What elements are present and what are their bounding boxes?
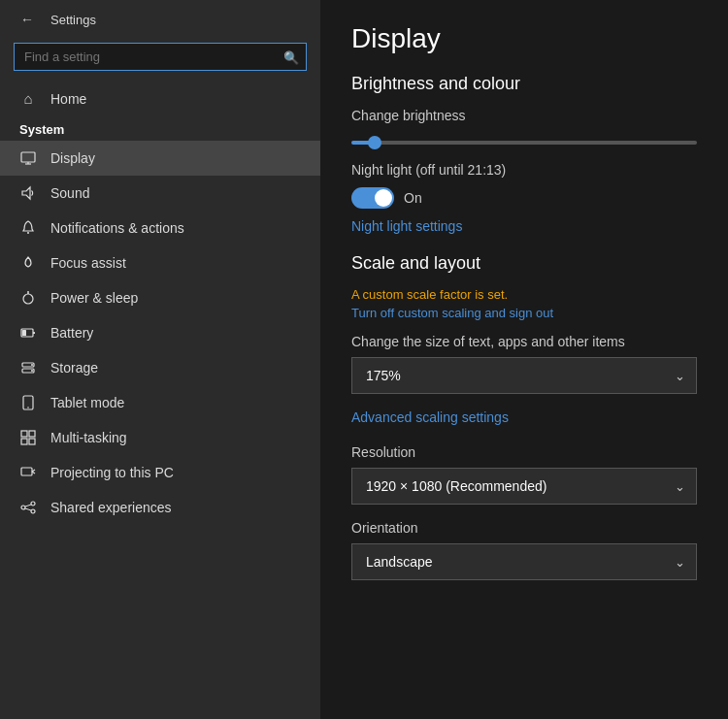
toggle-label: On [404,190,422,206]
sidebar-item-tablet[interactable]: Tablet mode [0,385,320,420]
size-dropdown-wrapper: 100% 125% 150% 175% 200% ⌄ [351,357,697,394]
svg-point-13 [31,370,33,372]
toggle-row: On [351,187,697,209]
main-content: Display Brightness and colour Change bri… [320,0,728,719]
advanced-scaling-link[interactable]: Advanced scaling settings [351,409,697,425]
size-label: Change the size of text, apps and other … [351,334,697,349]
custom-scale-warning: A custom scale factor is set. [351,287,697,302]
svg-point-15 [27,407,29,409]
brightness-label: Change brightness [351,108,697,123]
sidebar-item-focus-label: Focus assist [50,255,126,271]
sidebar-item-notifications-label: Notifications & actions [50,220,184,236]
scale-section: Scale and layout A custom scale factor i… [351,253,697,425]
sidebar-item-shared-label: Shared experiences [50,500,172,515]
notifications-icon [19,220,37,236]
sidebar-item-battery[interactable]: Battery [0,315,320,350]
sidebar-item-focus[interactable]: Focus assist [0,245,320,280]
night-light-label: Night light (off until 21:13) [351,162,506,178]
sidebar-item-power-label: Power & sleep [50,290,138,306]
svg-marker-3 [22,187,30,199]
svg-point-25 [31,509,35,513]
storage-icon [19,360,37,376]
back-button[interactable]: ← [14,6,41,33]
sidebar-item-battery-label: Battery [50,325,93,341]
sidebar-item-display-label: Display [50,150,95,166]
projecting-icon [19,465,37,480]
sidebar: ← Settings 🔍 ⌂ Home System Display So [0,0,320,719]
night-light-row: Night light (off until 21:13) [351,162,697,178]
sidebar-item-display[interactable]: Display [0,141,320,176]
sidebar-item-projecting-label: Projecting to this PC [50,465,174,480]
home-icon: ⌂ [19,90,37,107]
sidebar-item-projecting[interactable]: Projecting to this PC [0,455,320,490]
battery-icon [19,325,37,341]
multitasking-icon [19,430,37,445]
orientation-label: Orientation [351,520,697,536]
display-icon [19,150,37,166]
shared-icon [19,500,37,515]
size-dropdown[interactable]: 100% 125% 150% 175% 200% [351,357,697,394]
svg-line-26 [25,505,31,507]
focus-icon [19,255,37,271]
scale-section-heading: Scale and layout [351,253,697,274]
power-icon [19,290,37,306]
brightness-slider[interactable] [351,141,697,145]
svg-point-24 [31,502,35,506]
svg-rect-19 [29,439,35,444]
svg-rect-8 [33,332,35,334]
svg-rect-16 [21,431,27,437]
svg-line-27 [25,508,31,510]
sidebar-item-tablet-label: Tablet mode [50,395,124,410]
svg-rect-18 [21,439,27,444]
svg-point-23 [21,506,25,509]
system-section-label: System [0,116,320,141]
sidebar-item-multitasking-label: Multi-tasking [50,430,127,445]
sidebar-item-shared[interactable]: Shared experiences [0,490,320,525]
search-icon: 🔍 [283,49,299,64]
sidebar-item-home[interactable]: ⌂ Home [0,81,320,116]
night-light-settings-link[interactable]: Night light settings [351,218,697,234]
sound-icon [19,185,37,201]
resolution-dropdown-wrapper: 1920 × 1080 (Recommended) 1280 × 720 102… [351,468,697,505]
svg-point-5 [23,294,33,304]
svg-rect-20 [21,468,32,475]
sidebar-item-sound-label: Sound [50,185,89,201]
orientation-dropdown[interactable]: Landscape Portrait Landscape (flipped) P… [351,543,697,580]
sidebar-item-notifications[interactable]: Notifications & actions [0,211,320,245]
tablet-icon [19,395,37,410]
svg-rect-9 [22,330,26,336]
search-box: 🔍 [14,43,307,71]
sidebar-item-home-label: Home [50,91,86,107]
night-light-toggle[interactable] [351,187,394,209]
orientation-dropdown-wrapper: Landscape Portrait Landscape (flipped) P… [351,543,697,580]
svg-point-12 [31,364,33,366]
sidebar-item-storage[interactable]: Storage [0,350,320,385]
sidebar-item-storage-label: Storage [50,360,98,376]
sidebar-header: ← Settings [0,0,320,39]
svg-rect-0 [21,152,35,162]
turn-off-scaling-link[interactable]: Turn off custom scaling and sign out [351,306,697,320]
resolution-dropdown[interactable]: 1920 × 1080 (Recommended) 1280 × 720 102… [351,468,697,505]
sidebar-item-power[interactable]: Power & sleep [0,280,320,315]
search-input[interactable] [14,43,307,71]
resolution-label: Resolution [351,444,697,460]
settings-title: Settings [50,13,96,27]
sidebar-item-multitasking[interactable]: Multi-tasking [0,420,320,455]
page-title: Display [351,23,697,54]
svg-rect-17 [29,431,35,437]
sidebar-item-sound[interactable]: Sound [0,176,320,211]
brightness-section-heading: Brightness and colour [351,74,697,94]
